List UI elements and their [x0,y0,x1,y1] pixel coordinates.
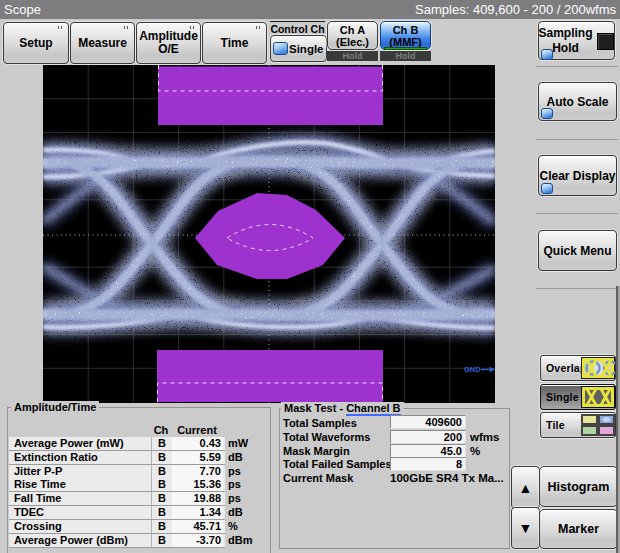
svg-text:GND: GND [464,365,481,374]
